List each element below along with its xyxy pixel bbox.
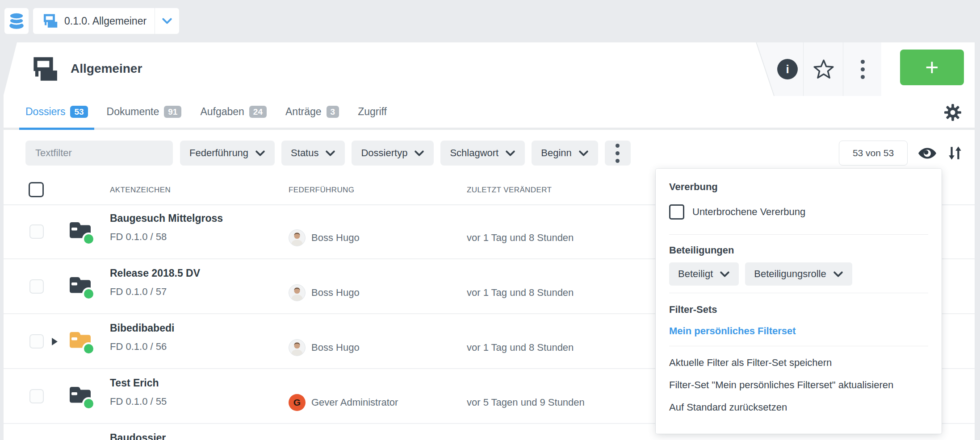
tab-dokumente[interactable]: Dokumente 91 bbox=[101, 96, 188, 128]
breadcrumb-dropdown-button[interactable] bbox=[155, 8, 179, 34]
chevron-down-icon bbox=[325, 150, 335, 157]
filterset-action[interactable]: Aktuelle Filter als Filter-Set speichern bbox=[669, 357, 928, 369]
filterset-action[interactable]: Filter-Set "Mein persönliches Filterset"… bbox=[669, 379, 928, 391]
dossier-reference: FD 0.1.0 / 58 bbox=[110, 230, 223, 244]
avatar-initial: G bbox=[289, 394, 306, 411]
owner-name: Boss Hugo bbox=[311, 342, 360, 353]
chevron-down-icon bbox=[255, 150, 265, 157]
dossier-folder-icon bbox=[69, 220, 93, 243]
repository-root-button[interactable] bbox=[4, 8, 29, 34]
status-dot-icon bbox=[82, 397, 95, 410]
tab-dossiers[interactable]: Dossiers 53 bbox=[19, 96, 94, 128]
chevron-down-icon bbox=[162, 17, 172, 25]
tab-count-badge: 53 bbox=[70, 106, 88, 118]
personal-filterset-link[interactable]: Mein persönliches Filterset bbox=[669, 325, 928, 337]
gear-icon bbox=[944, 104, 961, 121]
dossier-reference: FD 0.1.0 / 55 bbox=[110, 395, 167, 408]
select-all-checkbox[interactable] bbox=[29, 182, 44, 197]
dossier-folder-icon bbox=[69, 275, 93, 298]
chevron-down-icon bbox=[720, 271, 730, 278]
page-header: Allgemeiner i + bbox=[4, 42, 975, 96]
last-modified: vor 1 Tag und 8 Stunden bbox=[467, 287, 574, 299]
dossier-reference: FD 0.1.0 / 56 bbox=[110, 340, 174, 353]
filterset-action[interactable]: Auf Standard zurücksetzen bbox=[669, 402, 928, 413]
vererbung-heading: Vererbung bbox=[669, 181, 928, 193]
avatar bbox=[289, 284, 306, 301]
add-button[interactable]: + bbox=[900, 50, 964, 85]
eye-icon bbox=[918, 147, 936, 160]
dossier-title[interactable]: Test Erich bbox=[110, 376, 167, 390]
filter-dropdown-schlagwort[interactable]: Schlagwort bbox=[440, 141, 525, 166]
divider bbox=[669, 293, 928, 293]
tabs: Dossiers 53 Dokumente 91 Aufgaben 24 Ant… bbox=[19, 96, 975, 128]
chevron-down-icon bbox=[833, 271, 843, 278]
star-icon bbox=[813, 59, 834, 79]
column-header-zuletzt-veraendert[interactable]: ZULETZT VERÄNDERT bbox=[467, 186, 552, 195]
dossier-title[interactable]: Baugesuch Mittelgross bbox=[110, 212, 223, 225]
expand-caret-icon[interactable] bbox=[52, 338, 58, 345]
unterbrochene-vererbung-checkbox[interactable]: Unterbrochene Vererbung bbox=[669, 204, 928, 220]
breadcrumb[interactable]: 0.1.0. Allgemeiner bbox=[33, 8, 179, 34]
column-header-aktenzeichen[interactable]: AKTENZEICHEN bbox=[110, 186, 171, 195]
beteiligungsrolle-dropdown[interactable]: Beteiligungsrolle bbox=[745, 262, 852, 286]
row-checkbox[interactable] bbox=[29, 224, 44, 239]
chevron-down-icon bbox=[505, 150, 515, 157]
tab-zugriff[interactable]: Zugriff bbox=[352, 96, 393, 128]
row-checkbox[interactable] bbox=[29, 334, 44, 349]
info-button[interactable]: i bbox=[768, 42, 807, 96]
kebab-menu-icon bbox=[616, 144, 620, 163]
repository-icon bbox=[41, 14, 58, 28]
last-modified: vor 1 Tag und 8 Stunden bbox=[467, 232, 574, 244]
filter-dropdown-status[interactable]: Status bbox=[281, 141, 345, 166]
row-checkbox[interactable] bbox=[29, 389, 44, 403]
favorite-button[interactable] bbox=[804, 42, 843, 96]
dossier-folder-icon bbox=[69, 385, 93, 407]
tab-count-badge: 91 bbox=[164, 106, 181, 118]
filter-dropdown-federführung[interactable]: Federführung bbox=[180, 141, 275, 166]
last-modified: vor 1 Tag und 8 Stunden bbox=[467, 342, 574, 353]
sort-arrows-icon bbox=[948, 145, 962, 161]
column-header-federfuehrung[interactable]: FEDERFÜHRUNG bbox=[289, 186, 354, 195]
status-dot-icon bbox=[82, 342, 95, 355]
page-title: Allgemeiner bbox=[71, 62, 142, 76]
owner-name: Boss Hugo bbox=[311, 232, 360, 244]
tab-aufgaben[interactable]: Aufgaben 24 bbox=[194, 96, 273, 128]
dossier-folder-icon bbox=[69, 330, 93, 353]
more-actions-button[interactable] bbox=[843, 42, 882, 96]
beteiligt-dropdown[interactable]: Beteiligt bbox=[669, 262, 739, 286]
checkbox-icon bbox=[669, 204, 684, 220]
header-action-strip: i bbox=[756, 42, 881, 96]
text-filter-input[interactable] bbox=[25, 141, 173, 166]
avatar bbox=[289, 339, 306, 356]
avatar bbox=[289, 229, 306, 246]
database-icon bbox=[8, 12, 25, 30]
breadcrumb-label: 0.1.0. Allgemeiner bbox=[64, 15, 147, 27]
divider bbox=[669, 346, 928, 346]
dossier-reference: FD 0.1.0 / 57 bbox=[110, 285, 200, 299]
filter-sets-heading: Filter-Sets bbox=[669, 304, 928, 315]
tab-count-badge: 24 bbox=[249, 106, 267, 118]
row-checkbox[interactable] bbox=[29, 279, 44, 294]
chevron-down-icon bbox=[578, 150, 589, 157]
beteiligungen-heading: Beteiligungen bbox=[669, 245, 928, 256]
divider bbox=[669, 234, 928, 235]
status-dot-icon bbox=[82, 287, 95, 300]
status-dot-icon bbox=[82, 232, 95, 245]
dossier-title[interactable]: Release 2018.5 DV bbox=[110, 266, 200, 280]
kebab-menu-icon bbox=[861, 60, 865, 79]
filterset-actions: Aktuelle Filter als Filter-Set speichern… bbox=[669, 357, 928, 413]
tabs-row: Dossiers 53 Dokumente 91 Aufgaben 24 Ant… bbox=[4, 96, 975, 130]
tab-anträge[interactable]: Anträge 3 bbox=[279, 96, 345, 128]
visibility-button[interactable] bbox=[918, 147, 936, 160]
sort-button[interactable] bbox=[948, 145, 962, 161]
filter-settings-panel: Vererbung Unterbrochene Vererbung Beteil… bbox=[656, 169, 942, 434]
dossier-title[interactable]: Bibedibabedi bbox=[110, 321, 174, 335]
owner-name: Gever Administrator bbox=[311, 397, 398, 408]
tab-count-badge: 3 bbox=[327, 106, 339, 118]
dossier-title[interactable]: Baudossier bbox=[110, 431, 166, 440]
settings-button[interactable] bbox=[944, 104, 961, 121]
more-filters-button[interactable] bbox=[605, 141, 631, 166]
filter-dropdown-dossiertyp[interactable]: Dossiertyp bbox=[352, 141, 434, 166]
filter-dropdown-beginn[interactable]: Beginn bbox=[532, 141, 598, 166]
info-icon: i bbox=[777, 59, 798, 79]
